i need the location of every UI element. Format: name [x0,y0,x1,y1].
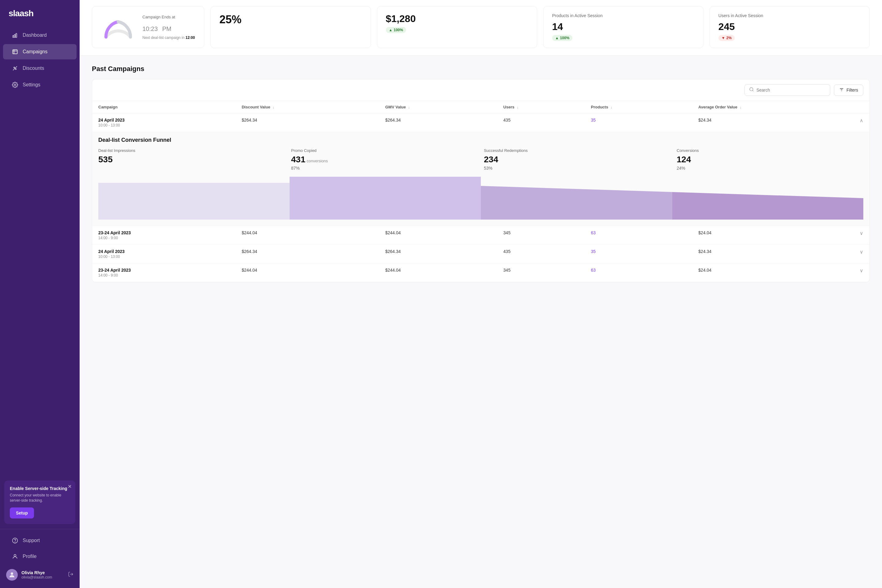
sidebar-item-dashboard[interactable]: Dashboard [3,28,76,43]
campaign-date: 24 April 2023 [98,249,230,254]
funnel-stat-value: 431conversions [291,154,478,165]
notification-description: Connect your website to enable server-si… [10,493,70,503]
badge-up: ▲ 100% [552,35,573,41]
svg-point-10 [11,572,13,575]
sidebar-item-settings[interactable]: Settings [3,77,76,93]
close-notification-button[interactable]: ✕ [68,484,72,489]
col-gmv-value[interactable]: GMV Value ↓ [379,101,497,113]
timer-time: 10:23 PM [142,21,195,34]
svg-point-12 [750,88,753,91]
sidebar-user[interactable]: Olivia Rhye olivia@slaash.com [0,565,80,585]
settings-icon [12,81,18,88]
table-row: 24 April 2023 10:00 - 13:00 $264.34 $264… [92,245,870,263]
stat-footer: ▼ 2% [718,35,861,41]
timer-next: Next deal-list campaign in 12:00 [142,36,195,40]
sort-icon: ↓ [408,105,410,109]
campaigns-icon [12,48,18,55]
funnel-stat-value: 535 [98,154,285,165]
funnel-stat-value: 234 [484,154,670,165]
timer-label: Campaign Ends at [142,15,195,19]
sidebar-item-label: Settings [22,82,40,88]
sidebar-item-campaigns[interactable]: Campaigns [3,44,76,59]
campaign-time: 14:00 - 9:00 [98,236,230,240]
funnel-stat-pct: 24% [677,166,864,171]
stat-footer: ▲ 100% [552,35,694,41]
col-users[interactable]: Users ↓ [497,101,585,113]
svg-rect-0 [13,36,14,38]
sidebar-item-label: Dashboard [22,33,46,38]
gmv-value-cell: $244.04 [379,263,497,282]
sidebar-bottom: Support Profile Olivia Rhye olivia@slaas… [0,529,80,588]
users-cell: 435 [497,245,585,263]
svg-rect-3 [13,50,18,54]
table-row: 23-24 April 2023 14:00 - 9:00 $244.04 $2… [92,226,870,245]
funnel-title: Deal-list Conversion Funnel [98,132,863,143]
funnel-stat-promo: Promo Copied 431conversions 87% [291,148,478,171]
avatar [6,569,18,580]
funnel-stat-pct: 87% [291,166,478,171]
col-campaign[interactable]: Campaign [92,101,236,113]
sidebar-item-support[interactable]: Support [3,533,76,548]
badge-down: ▼ 2% [718,35,735,41]
search-icon [749,87,754,93]
search-input[interactable] [756,88,826,93]
funnel-stat-label: Successful Redemptions [484,148,670,153]
funnel-stat-impressions: Deal-list Impressions 535 [98,148,285,171]
search-box[interactable] [744,84,830,96]
sidebar-item-profile[interactable]: Profile [3,549,76,564]
badge-up: ▲ 100% [386,27,406,33]
sort-icon: ↓ [740,105,741,109]
stat-card-gmv: $1,280 ▲ 100% [377,6,537,48]
stat-card-products: Products in Active Session 14 ▲ 100% [543,6,704,48]
campaigns-table: Campaign Discount Value ↓ GMV Value ↓ Us… [92,101,870,282]
svg-point-9 [14,554,16,556]
sidebar-item-discounts[interactable]: Discounts [3,61,76,76]
logout-icon[interactable] [68,572,74,578]
users-cell: 345 [497,263,585,282]
funnel-content: Deal-list Conversion Funnel Deal-list Im… [92,132,870,226]
expand-icon[interactable]: ∨ [860,249,863,255]
svg-marker-19 [481,186,672,220]
discount-value-cell: $264.34 [236,113,379,132]
col-avg-order[interactable]: Average Order Value ↓ [692,101,870,113]
svg-rect-2 [16,33,17,38]
campaign-cell: 24 April 2023 10:00 - 13:00 [92,245,236,263]
filter-icon [839,87,844,93]
timer-info: Campaign Ends at 10:23 PM Next deal-list… [142,15,195,40]
setup-button[interactable]: Setup [10,507,34,519]
arrow-up-icon: ▲ [555,36,559,40]
avg-order-cell: $24.34 ∧ [692,113,870,132]
svg-point-8 [15,542,15,542]
user-name: Olivia Rhye [21,570,64,575]
sidebar-item-label: Profile [22,554,36,559]
past-campaigns-section: Past Campaigns Filters [80,56,882,291]
sort-icon: ↓ [610,105,612,109]
col-products[interactable]: Products ↓ [585,101,692,113]
funnel-stat-label: Promo Copied [291,148,478,153]
table-body: 24 April 2023 10:00 - 13:00 $264.34 $264… [92,113,870,282]
gauge-chart [101,15,135,39]
stat-card-percent: 25% [210,6,370,48]
expand-icon[interactable]: ∨ [860,230,863,236]
products-cell: 63 [585,226,692,245]
funnel-chart [98,177,863,220]
funnel-stat-redemptions: Successful Redemptions 234 53% [484,148,670,171]
notification-title: Enable Server-side Tracking [10,486,70,491]
arrow-down-icon: ▼ [722,36,725,40]
filters-button[interactable]: Filters [834,84,863,96]
svg-marker-20 [672,192,864,220]
sidebar-item-label: Discounts [22,66,44,71]
funnel-stat-value: 124 [677,154,864,165]
avg-order-cell: $24.04 ∨ [692,226,870,245]
collapse-icon[interactable]: ∧ [860,118,863,123]
expand-icon[interactable]: ∨ [860,268,863,273]
stat-value: 14 [552,21,694,33]
discount-value-cell: $244.04 [236,226,379,245]
funnel-stat-label: Conversions [677,148,864,153]
campaign-date: 23-24 April 2023 [98,230,230,235]
campaign-timer-card: Campaign Ends at 10:23 PM Next deal-list… [92,6,204,48]
users-cell: 345 [497,226,585,245]
col-discount-value[interactable]: Discount Value ↓ [236,101,379,113]
campaign-cell: 23-24 April 2023 14:00 - 9:00 [92,263,236,282]
campaign-date: 23-24 April 2023 [98,268,230,273]
